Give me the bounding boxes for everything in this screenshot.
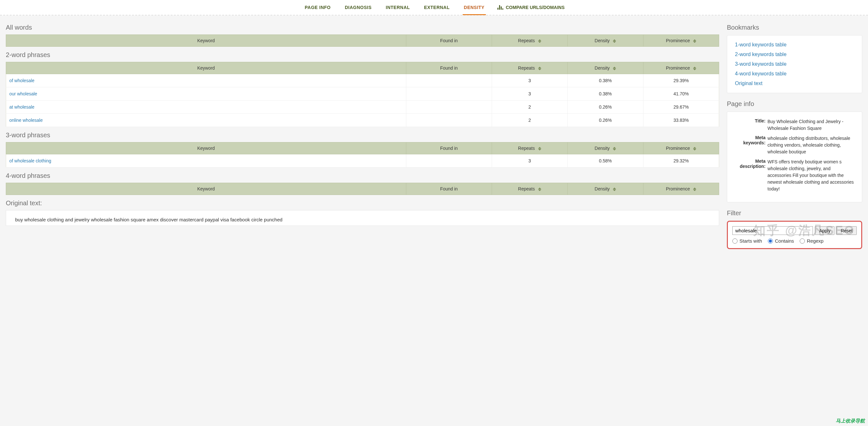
table-row: online wholesale20.26%33.83% <box>6 114 719 127</box>
cell-repeats: 3 <box>492 154 567 168</box>
table-row: of wholesale clothing30.58%29.32% <box>6 154 719 168</box>
section-title-original: Original text: <box>6 200 719 207</box>
table-row: of wholesale30.38%29.39% <box>6 74 719 87</box>
cell-prominence: 29.39% <box>643 74 719 87</box>
cell-repeats: 3 <box>492 87 567 100</box>
top-nav: PAGE INFODIAGNOSISINTERNALEXTERNALDENSIT… <box>0 0 868 16</box>
table-row: at wholesale20.26%29.67% <box>6 100 719 114</box>
filter-input[interactable] <box>732 226 813 235</box>
col-keyword[interactable]: Keyword <box>6 183 406 195</box>
col-repeats[interactable]: Repeats <box>492 35 567 47</box>
pageinfo-metakeywords-label: Meta keywords: <box>735 135 766 155</box>
original-text-body: buy wholesale clothing and jewelry whole… <box>6 210 719 226</box>
col-prominence[interactable]: Prominence <box>643 183 719 195</box>
main-content: All words KeywordFound inRepeats Density… <box>6 19 719 249</box>
col-prominence[interactable]: Prominence <box>643 143 719 154</box>
pageinfo-title: Page info <box>727 100 862 108</box>
section-title-all-words: All words <box>6 24 719 31</box>
filter-radio-starts[interactable]: Starts with <box>732 238 762 244</box>
col-repeats[interactable]: Repeats <box>492 183 567 195</box>
col-found-in[interactable]: Found in <box>406 62 492 74</box>
section-title-3word: 3-word phrases <box>6 131 719 139</box>
pageinfo-title-value: Buy Wholesale Clothing and Jewelry - Who… <box>768 118 854 132</box>
cell-density: 0.38% <box>567 87 643 100</box>
col-found-in[interactable]: Found in <box>406 35 492 47</box>
cell-found-in <box>406 114 492 127</box>
tab-density[interactable]: DENSITY <box>463 0 486 14</box>
filter-reset-button[interactable]: Reset <box>836 226 857 235</box>
section-4word: 4-word phrases KeywordFound inRepeats De… <box>6 172 719 195</box>
tab-compare-label: COMPARE URLS/DOMAINS <box>506 5 565 10</box>
section-2word: 2-word phrases KeywordFound inRepeats De… <box>6 51 719 127</box>
tab-external[interactable]: EXTERNAL <box>423 0 451 14</box>
section-title-2word: 2-word phrases <box>6 51 719 59</box>
sort-icon <box>538 39 541 43</box>
cell-prominence: 41.70% <box>643 87 719 100</box>
cell-repeats: 2 <box>492 114 567 127</box>
col-density[interactable]: Density <box>567 62 643 74</box>
pageinfo-title-label: Title: <box>735 118 766 132</box>
pageinfo-metadesc-label: Meta description: <box>735 158 766 192</box>
tab-diagnosis[interactable]: DIAGNOSIS <box>343 0 373 14</box>
sort-icon <box>613 187 616 191</box>
cell-found-in <box>406 154 492 168</box>
col-density[interactable]: Density <box>567 35 643 47</box>
col-repeats[interactable]: Repeats <box>492 143 567 154</box>
cell-density: 0.26% <box>567 114 643 127</box>
col-found-in[interactable]: Found in <box>406 143 492 154</box>
tab-compare[interactable]: COMPARE URLS/DOMAINS <box>497 5 565 10</box>
table-4word: KeywordFound inRepeats Density Prominenc… <box>6 183 719 195</box>
sort-icon <box>693 67 696 70</box>
col-found-in[interactable]: Found in <box>406 183 492 195</box>
keyword-link[interactable]: online wholesale <box>9 118 43 123</box>
pageinfo-metadesc-value: WFS offers trendy boutique women s whole… <box>768 158 854 192</box>
bookmarks-card: 1-word keywords table2-word keywords tab… <box>727 35 862 93</box>
filter-title: Filter <box>727 209 862 217</box>
filter-radio-regexp[interactable]: Regexp <box>800 238 824 244</box>
table-row: our wholesale30.38%41.70% <box>6 87 719 100</box>
cell-found-in <box>406 100 492 114</box>
filter-apply-button[interactable]: Apply <box>815 226 835 235</box>
bookmark-link[interactable]: 4-word keywords table <box>735 71 854 77</box>
sidebar: Bookmarks 1-word keywords table2-word ke… <box>727 19 862 249</box>
col-keyword[interactable]: Keyword <box>6 62 406 74</box>
keyword-link[interactable]: our wholesale <box>9 91 37 96</box>
cell-density: 0.26% <box>567 100 643 114</box>
filter-radio-contains[interactable]: Contains <box>768 238 794 244</box>
col-keyword[interactable]: Keyword <box>6 143 406 154</box>
cell-prominence: 29.32% <box>643 154 719 168</box>
keyword-link[interactable]: of wholesale clothing <box>9 158 51 163</box>
cell-density: 0.38% <box>567 74 643 87</box>
sort-icon <box>538 147 541 151</box>
sort-icon <box>693 39 696 43</box>
bookmarks-title: Bookmarks <box>727 24 862 31</box>
section-title-4word: 4-word phrases <box>6 172 719 180</box>
bar-chart-icon <box>497 5 503 10</box>
table-all-words: KeywordFound inRepeats Density Prominenc… <box>6 34 719 47</box>
cell-repeats: 2 <box>492 100 567 114</box>
sort-icon <box>613 39 616 43</box>
col-prominence[interactable]: Prominence <box>643 62 719 74</box>
col-repeats[interactable]: Repeats <box>492 62 567 74</box>
col-density[interactable]: Density <box>567 183 643 195</box>
col-density[interactable]: Density <box>567 143 643 154</box>
table-3word: KeywordFound inRepeats Density Prominenc… <box>6 142 719 168</box>
pageinfo-metakeywords-value: wholesale clothing distributors, wholesa… <box>768 135 854 155</box>
section-all-words: All words KeywordFound inRepeats Density… <box>6 24 719 47</box>
bookmark-link[interactable]: Original text <box>735 81 854 86</box>
keyword-link[interactable]: at wholesale <box>9 104 34 110</box>
cell-prominence: 33.83% <box>643 114 719 127</box>
section-original-text: Original text: buy wholesale clothing an… <box>6 200 719 226</box>
tab-page-info[interactable]: PAGE INFO <box>304 0 332 14</box>
sort-icon <box>613 67 616 70</box>
sort-icon <box>538 187 541 191</box>
bookmark-link[interactable]: 1-word keywords table <box>735 42 854 48</box>
keyword-link[interactable]: of wholesale <box>9 78 34 83</box>
col-prominence[interactable]: Prominence <box>643 35 719 47</box>
tab-internal[interactable]: INTERNAL <box>384 0 411 14</box>
bookmark-link[interactable]: 2-word keywords table <box>735 52 854 57</box>
col-keyword[interactable]: Keyword <box>6 35 406 47</box>
bookmark-link[interactable]: 3-word keywords table <box>735 61 854 67</box>
cell-found-in <box>406 87 492 100</box>
sort-icon <box>538 67 541 70</box>
